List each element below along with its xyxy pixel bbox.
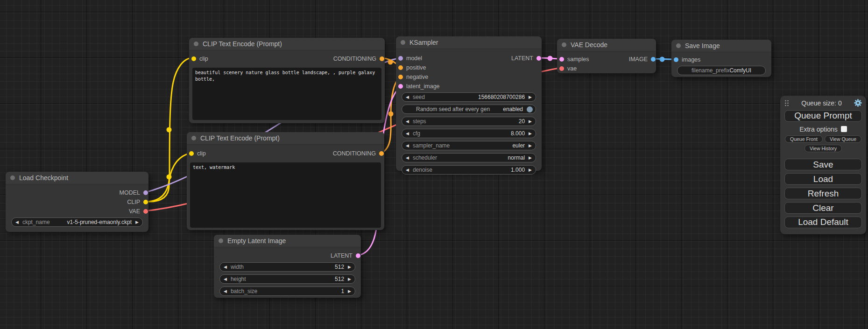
increment-arrow-icon[interactable]: ▶	[529, 129, 532, 138]
load-default-button[interactable]: Load Default	[784, 217, 862, 228]
decrement-arrow-icon[interactable]: ◀	[406, 166, 409, 174]
output-port-clip[interactable]	[143, 200, 148, 204]
node-empty-latent-image[interactable]: Empty Latent Image LATENT ◀ width 512 ▶ …	[214, 235, 361, 298]
slot-row: MODEL	[6, 188, 148, 197]
prompt-textarea[interactable]: beautiful scenery nature glass bottle la…	[192, 68, 381, 120]
collapse-toggle-icon[interactable]	[676, 43, 681, 48]
settings-gear-icon[interactable]	[854, 99, 862, 107]
widget-seed[interactable]: ◀ seed 156680208700286 ▶	[402, 92, 536, 102]
decrement-arrow-icon[interactable]: ◀	[406, 141, 409, 150]
decrement-arrow-icon[interactable]: ◀	[224, 263, 227, 271]
link-dot	[167, 127, 172, 133]
output-port-vae[interactable]	[143, 209, 148, 214]
widget-denoise[interactable]: ◀ denoise 1.000 ▶	[402, 165, 536, 175]
node-title: CLIP Text Encode (Prompt)	[203, 40, 282, 48]
node-title: KSampler	[409, 39, 438, 46]
increment-arrow-icon[interactable]: ▶	[529, 117, 532, 126]
collapse-toggle-icon[interactable]	[191, 136, 196, 140]
slot-row: images	[671, 55, 771, 64]
node-ksampler[interactable]: KSampler model LATENT positive negative …	[396, 36, 542, 171]
prompt-textarea[interactable]: text, watermark	[190, 162, 381, 228]
output-port-model[interactable]	[143, 190, 148, 195]
widget-steps[interactable]: ◀ steps 20 ▶	[402, 117, 536, 126]
widget-scheduler[interactable]: ◀ scheduler normal ▶	[402, 153, 536, 162]
link-dot	[388, 112, 394, 117]
slot-row: clip CONDITIONING	[187, 149, 384, 158]
drag-handle-icon[interactable]	[784, 99, 789, 107]
input-port-clip[interactable]	[191, 56, 196, 61]
collapse-toggle-icon[interactable]	[401, 40, 405, 45]
output-port-conditioning[interactable]	[379, 151, 384, 156]
comfyui-canvas[interactable]: { "app": {"name": "ComfyUI node graph"},…	[0, 0, 868, 329]
node-title: Empty Latent Image	[227, 237, 286, 245]
input-port-vae[interactable]	[559, 66, 564, 71]
collapse-toggle-icon[interactable]	[562, 42, 566, 47]
node-title: Load Checkpoint	[19, 174, 68, 182]
queue-front-button[interactable]: Queue Front	[785, 135, 823, 143]
node-save-image[interactable]: Save Image images filename_prefix ComfyU…	[671, 40, 771, 77]
widget-sampler-name[interactable]: ◀ sampler_name euler ▶	[402, 141, 536, 150]
increment-arrow-icon[interactable]: ▶	[529, 166, 532, 174]
extra-options-checkbox[interactable]	[841, 126, 847, 132]
slot-row: latent_image	[396, 82, 542, 91]
slot-row: positive	[396, 63, 542, 72]
input-port-samples[interactable]	[559, 57, 564, 62]
load-button[interactable]: Load	[784, 173, 862, 185]
queue-prompt-button[interactable]: Queue Prompt	[784, 110, 862, 122]
node-title: VAE Decode	[571, 41, 607, 49]
widget-batch-size[interactable]: ◀ batch_size 1 ▶	[219, 287, 355, 296]
decrement-arrow-icon[interactable]: ◀	[224, 287, 227, 295]
queue-panel[interactable]: Queue size: 0 Queue Prompt Extra options…	[780, 96, 866, 234]
node-clip-text-encode-negative[interactable]: CLIP Text Encode (Prompt) clip CONDITION…	[187, 132, 384, 230]
refresh-button[interactable]: Refresh	[784, 188, 862, 199]
widget-width[interactable]: ◀ width 512 ▶	[219, 262, 355, 272]
slot-row: clip CONDITIONING	[189, 54, 385, 63]
input-port-latent-image[interactable]	[398, 84, 403, 89]
increment-arrow-icon[interactable]: ▶	[529, 141, 532, 150]
decrement-arrow-icon[interactable]: ◀	[406, 129, 409, 138]
decrement-arrow-icon[interactable]: ◀	[406, 93, 409, 101]
save-button[interactable]: Save	[784, 159, 862, 170]
node-load-checkpoint[interactable]: Load Checkpoint MODEL CLIP VAE ◀ ckpt_na…	[6, 172, 148, 232]
increment-arrow-icon[interactable]: ▶	[135, 218, 139, 226]
widget-cfg[interactable]: ◀ cfg 8.000 ▶	[402, 129, 536, 138]
decrement-arrow-icon[interactable]: ◀	[224, 275, 227, 283]
collapse-toggle-icon[interactable]	[219, 238, 223, 243]
view-history-button[interactable]: View History	[804, 145, 842, 152]
increment-arrow-icon[interactable]: ▶	[348, 287, 351, 295]
increment-arrow-icon[interactable]: ▶	[529, 154, 532, 162]
input-port-images[interactable]	[674, 57, 678, 62]
collapse-toggle-icon[interactable]	[10, 175, 15, 180]
node-clip-text-encode-positive[interactable]: CLIP Text Encode (Prompt) clip CONDITION…	[189, 38, 385, 123]
input-port-negative[interactable]	[398, 75, 403, 79]
widget-random-seed-toggle[interactable]: Random seed after every gen enabled	[402, 105, 536, 114]
extra-options-label: Extra options	[799, 126, 838, 133]
increment-arrow-icon[interactable]: ▶	[348, 263, 351, 271]
output-port-conditioning[interactable]	[380, 56, 384, 61]
decrement-arrow-icon[interactable]: ◀	[406, 117, 409, 126]
view-queue-button[interactable]: View Queue	[825, 135, 861, 143]
widget-ckpt-name[interactable]: ◀ ckpt_name v1-5-pruned-emaonly.ckpt ▶	[11, 217, 143, 227]
widget-height[interactable]: ◀ height 512 ▶	[219, 274, 355, 284]
link-dot	[548, 56, 553, 61]
node-vae-decode[interactable]: VAE Decode samples IMAGE vae	[557, 39, 656, 73]
slot-row: negative	[396, 72, 542, 82]
link-dot	[388, 60, 393, 65]
clear-button[interactable]: Clear	[784, 202, 862, 214]
collapse-toggle-icon[interactable]	[194, 42, 198, 46]
decrement-arrow-icon[interactable]: ◀	[15, 218, 19, 226]
toggle-enabled-indicator[interactable]	[527, 106, 533, 112]
slot-row: samples IMAGE	[557, 55, 656, 64]
increment-arrow-icon[interactable]: ▶	[348, 275, 351, 283]
output-port-latent[interactable]	[536, 56, 541, 61]
decrement-arrow-icon[interactable]: ◀	[406, 154, 409, 162]
slot-row: LATENT	[214, 251, 361, 260]
slot-row: vae	[557, 64, 656, 73]
increment-arrow-icon[interactable]: ▶	[529, 93, 532, 101]
output-port-latent[interactable]	[356, 253, 360, 258]
output-port-image[interactable]	[651, 57, 656, 62]
input-port-positive[interactable]	[398, 65, 403, 70]
widget-filename-prefix[interactable]: filename_prefix ComfyUI	[677, 66, 766, 75]
input-port-model[interactable]	[398, 56, 403, 61]
input-port-clip[interactable]	[189, 151, 194, 156]
